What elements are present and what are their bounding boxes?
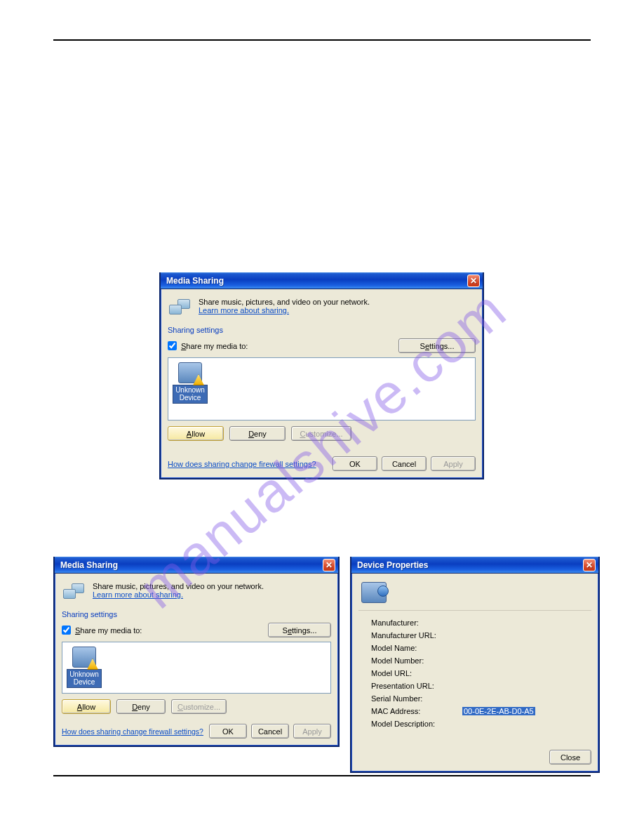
settings-button[interactable]: Settings... — [398, 338, 476, 353]
close-icon[interactable]: ✕ — [323, 559, 335, 571]
share-row: Share my media to: Settings... — [168, 337, 476, 355]
intro-text: Share music, pictures, and video on your… — [199, 298, 370, 306]
cancel-button[interactable]: Cancel — [251, 724, 289, 739]
firewall-link[interactable]: How does sharing change firewall setting… — [62, 727, 203, 736]
apply-button: Apply — [293, 724, 331, 739]
intro-row: Share music, pictures, and video on your… — [62, 579, 331, 606]
intro-text: Share music, pictures, and video on your… — [93, 582, 264, 590]
unknown-device[interactable]: Unknown Device — [173, 362, 208, 404]
field-model-name: Model Name: — [371, 642, 591, 654]
device-icon — [178, 362, 202, 383]
firewall-link[interactable]: How does sharing change firewall setting… — [168, 460, 316, 468]
media-sharing-dialog-1: Media Sharing ✕ Share music, pictures, a… — [159, 272, 484, 479]
share-checkbox-label: Share my media to: — [181, 342, 248, 350]
mac-address-value[interactable]: 00-0E-2E-AB-D0-A5 — [462, 707, 535, 715]
close-icon[interactable]: ✕ — [583, 559, 596, 571]
share-row: Share my media to: Settings... — [62, 621, 331, 639]
title: Media Sharing — [60, 560, 323, 570]
deny-button[interactable]: Deny — [116, 699, 166, 714]
unknown-device[interactable]: Unknown Device — [67, 647, 102, 688]
share-checkbox-input[interactable] — [62, 626, 71, 635]
ok-button[interactable]: OK — [209, 724, 247, 739]
field-model-description: Model Description: — [371, 717, 591, 730]
share-checkbox-label: Share my media to: — [75, 626, 142, 635]
title: Device Properties — [357, 560, 583, 570]
titlebar[interactable]: Media Sharing ✕ — [55, 557, 338, 574]
customize-button: Customize... — [291, 426, 351, 441]
settings-button[interactable]: Settings... — [268, 623, 331, 637]
close-icon[interactable]: ✕ — [467, 274, 480, 287]
title: Media Sharing — [166, 276, 467, 286]
device-list[interactable]: Unknown Device — [62, 642, 331, 694]
field-presentation-url: Presentation URL: — [371, 680, 591, 692]
network-monitors-icon — [63, 582, 86, 602]
network-monitors-icon — [169, 298, 192, 317]
property-list: Manufacturer: Manufacturer URL: Model Na… — [371, 616, 591, 730]
field-serial-number: Serial Number: — [371, 692, 591, 705]
learn-more-link[interactable]: Learn more about sharing. — [199, 306, 289, 315]
media-sharing-dialog-2: Media Sharing ✕ Share music, pictures, a… — [53, 557, 340, 747]
ok-button[interactable]: OK — [333, 456, 377, 471]
field-mac-address: MAC Address: 00-0E-2E-AB-D0-A5 — [371, 705, 591, 717]
page-rule-bottom — [53, 775, 591, 776]
device-icon — [72, 647, 96, 668]
share-checkbox[interactable]: Share my media to: — [62, 626, 142, 635]
device-properties-dialog: Device Properties ✕ Manufacturer: Manufa… — [350, 557, 600, 773]
titlebar[interactable]: Media Sharing ✕ — [161, 272, 483, 289]
group-label: Sharing settings — [168, 326, 476, 334]
cancel-button[interactable]: Cancel — [382, 456, 427, 471]
share-checkbox-input[interactable] — [168, 341, 177, 350]
device-icon — [361, 582, 387, 603]
deny-button[interactable]: Deny — [229, 426, 286, 441]
field-manufacturer: Manufacturer: — [371, 616, 591, 629]
intro-row: Share music, pictures, and video on your… — [168, 295, 476, 322]
titlebar[interactable]: Device Properties ✕ — [351, 557, 598, 574]
share-checkbox[interactable]: Share my media to: — [168, 341, 248, 350]
allow-button[interactable]: Allow — [168, 426, 224, 441]
allow-button[interactable]: Allow — [62, 699, 111, 714]
apply-button: Apply — [431, 456, 476, 471]
device-list[interactable]: Unknown Device — [168, 357, 476, 421]
close-button[interactable]: Close — [549, 750, 591, 764]
learn-more-link[interactable]: Learn more about sharing. — [93, 590, 183, 599]
customize-button: Customize... — [171, 699, 227, 714]
field-model-number: Model Number: — [371, 654, 591, 667]
field-model-url: Model URL: — [371, 667, 591, 680]
field-manufacturer-url: Manufacturer URL: — [371, 629, 591, 642]
group-label: Sharing settings — [62, 610, 331, 618]
page-rule-top — [53, 39, 591, 41]
